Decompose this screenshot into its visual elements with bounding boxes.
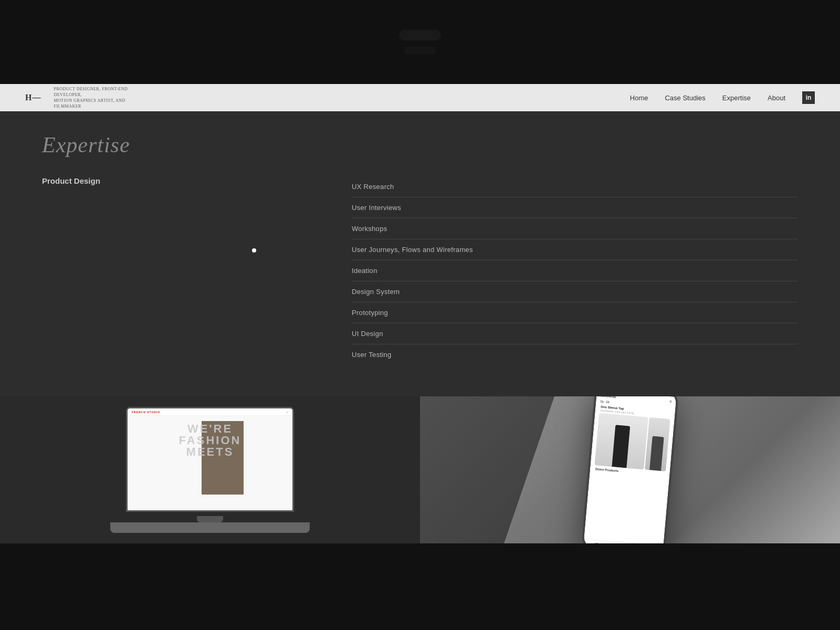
product-design-label: Product Design: [42, 176, 331, 185]
linkedin-icon[interactable]: in: [802, 91, 815, 104]
header-brand-blur: [399, 30, 441, 54]
phone-secondary-image: [645, 417, 670, 471]
phone-mockup: WARDROBE ≡ 🛍 08 One Sleeve Top FASHION C…: [581, 396, 679, 543]
expertise-title: Expertise: [42, 132, 798, 158]
laptop-nav-placeholder: ≡: [287, 411, 288, 414]
fashion-text-line1: WE'RE: [128, 423, 292, 435]
dot-indicator: [252, 248, 256, 253]
blur-bar-1: [399, 30, 441, 40]
laptop-notch: [197, 516, 223, 522]
phone-product-number: 08: [606, 400, 610, 404]
skill-prototyping: Prototyping: [352, 302, 798, 323]
top-overlay: [0, 0, 840, 84]
subtitle-line1: PRODUCT DESIGNER, FRONT-END DEVELOPER,: [54, 87, 128, 97]
skill-ui-design: UI Design: [352, 323, 798, 344]
navbar-subtitle: PRODUCT DESIGNER, FRONT-END DEVELOPER, M…: [54, 86, 138, 110]
expertise-section: Expertise Product Design UX Research Use…: [0, 111, 840, 396]
bg-shape: [420, 396, 588, 543]
skill-ideation: Ideation: [352, 260, 798, 281]
fashion-text-line2: FASHION: [128, 435, 292, 446]
nav-case-studies[interactable]: Case Studies: [665, 94, 705, 102]
laptop-base: [110, 522, 310, 533]
navbar-left: H— PRODUCT DESIGNER, FRONT-END DEVELOPER…: [25, 86, 138, 110]
portfolio-section: FRENCH STUDIO ≡ WE'RE FASHION MEETS: [0, 396, 840, 543]
navbar-logo: H—: [25, 93, 41, 102]
portfolio-right: WARDROBE ≡ 🛍 08 One Sleeve Top FASHION C…: [420, 396, 840, 543]
phone-nav-icon-1: 🏠: [594, 542, 600, 543]
skill-user-journeys: User Journeys, Flows and Wireframes: [352, 239, 798, 260]
phone-main-product-image: [595, 413, 648, 470]
phone-screen: WARDROBE ≡ 🛍 08 One Sleeve Top FASHION C…: [583, 396, 677, 543]
phone-bag-icon: 🛍: [600, 400, 604, 404]
nav-home[interactable]: Home: [630, 94, 648, 102]
laptop-mockup: FRENCH STUDIO ≡ WE'RE FASHION MEETS: [110, 407, 310, 533]
laptop-screen-inner: FRENCH STUDIO ≡ WE'RE FASHION MEETS: [128, 408, 292, 510]
skill-user-testing: User Testing: [352, 344, 798, 365]
laptop-brand: FRENCH STUDIO: [132, 411, 160, 414]
laptop-screen: FRENCH STUDIO ≡ WE'RE FASHION MEETS: [126, 407, 294, 512]
skill-ux-research: UX Research: [352, 176, 798, 197]
portfolio-left: FRENCH STUDIO ≡ WE'RE FASHION MEETS: [0, 396, 420, 543]
expertise-right: UX Research User Interviews Workshops Us…: [352, 176, 798, 365]
subtitle-line2: MOTION GRAPHICS ARTIST, AND FILMMAKER: [54, 98, 125, 109]
phone-menu-icon: ≡: [669, 400, 672, 403]
navbar: H— PRODUCT DESIGNER, FRONT-END DEVELOPER…: [0, 84, 840, 111]
skill-workshops: Workshops: [352, 218, 798, 239]
expertise-left: Product Design: [42, 176, 331, 365]
phone-nav-bar: 🏠 ♡ ⊞: [583, 539, 664, 543]
nav-about[interactable]: About: [768, 94, 785, 102]
model-silhouette: [612, 425, 630, 468]
navbar-right: Home Case Studies Expertise About in: [630, 91, 815, 104]
expertise-content: Product Design UX Research User Intervie…: [42, 176, 798, 365]
model-silhouette-2: [649, 436, 664, 471]
nav-expertise[interactable]: Expertise: [722, 94, 751, 102]
skill-design-system: Design System: [352, 281, 798, 302]
bottom-overlay: [0, 543, 840, 630]
fashion-text-line3: MEETS: [128, 446, 292, 458]
blur-bar-2: [404, 47, 436, 54]
skill-user-interviews: User Interviews: [352, 197, 798, 218]
